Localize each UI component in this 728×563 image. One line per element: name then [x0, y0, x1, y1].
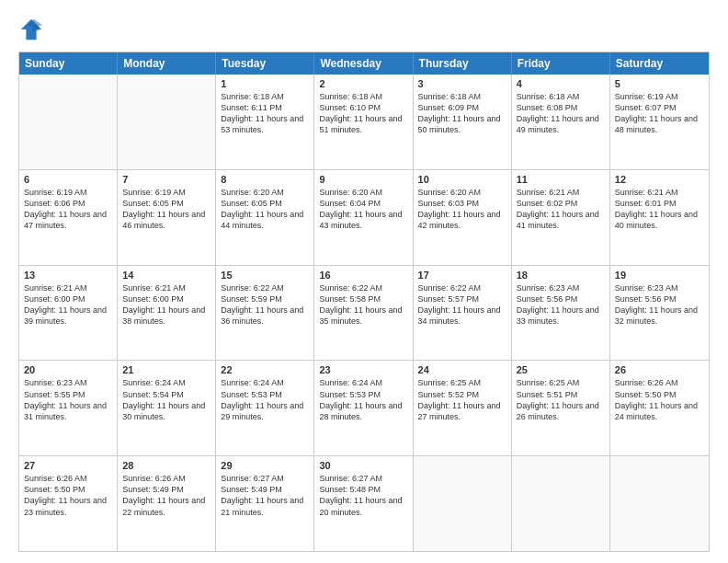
cell-sun-info: Sunrise: 6:24 AMSunset: 5:53 PMDaylight:… [319, 377, 407, 422]
calendar-cell: 23Sunrise: 6:24 AMSunset: 5:53 PMDayligh… [314, 361, 413, 455]
day-number: 9 [319, 174, 407, 185]
cell-sun-info: Sunrise: 6:20 AMSunset: 6:05 PMDaylight:… [221, 187, 309, 232]
cell-sun-info: Sunrise: 6:19 AMSunset: 6:07 PMDaylight:… [615, 91, 704, 136]
cell-sun-info: Sunrise: 6:25 AMSunset: 5:51 PMDaylight:… [517, 377, 605, 422]
day-of-week-header: Saturday [610, 52, 709, 75]
cell-sun-info: Sunrise: 6:20 AMSunset: 6:03 PMDaylight:… [418, 187, 506, 232]
calendar-week-row: 1Sunrise: 6:18 AMSunset: 6:11 PMDaylight… [19, 75, 709, 169]
day-of-week-header: Tuesday [216, 52, 314, 75]
logo-icon [18, 17, 44, 42]
day-number: 21 [122, 364, 210, 375]
day-number: 11 [517, 174, 605, 185]
calendar-cell: 15Sunrise: 6:22 AMSunset: 5:59 PMDayligh… [216, 266, 314, 361]
day-number: 27 [24, 460, 112, 471]
calendar-cell: 20Sunrise: 6:23 AMSunset: 5:55 PMDayligh… [19, 361, 118, 455]
calendar-body: 1Sunrise: 6:18 AMSunset: 6:11 PMDaylight… [19, 75, 709, 551]
day-number: 15 [221, 270, 309, 281]
cell-sun-info: Sunrise: 6:27 AMSunset: 5:49 PMDaylight:… [221, 473, 309, 518]
calendar-cell: 22Sunrise: 6:24 AMSunset: 5:53 PMDayligh… [216, 361, 314, 455]
cell-sun-info: Sunrise: 6:19 AMSunset: 6:06 PMDaylight:… [24, 187, 112, 232]
calendar-cell: 24Sunrise: 6:25 AMSunset: 5:52 PMDayligh… [414, 361, 512, 455]
day-number: 10 [418, 174, 506, 185]
calendar-week-row: 27Sunrise: 6:26 AMSunset: 5:50 PMDayligh… [19, 455, 709, 551]
calendar-cell: 4Sunrise: 6:18 AMSunset: 6:08 PMDaylight… [512, 75, 610, 169]
day-number: 17 [418, 270, 506, 281]
calendar-week-row: 20Sunrise: 6:23 AMSunset: 5:55 PMDayligh… [19, 360, 709, 455]
day-number: 24 [418, 364, 506, 375]
cell-sun-info: Sunrise: 6:21 AMSunset: 6:00 PMDaylight:… [24, 282, 112, 327]
day-number: 6 [24, 174, 112, 185]
day-number: 23 [319, 364, 407, 375]
calendar-cell [19, 75, 118, 169]
calendar-cell: 10Sunrise: 6:20 AMSunset: 6:03 PMDayligh… [414, 170, 512, 265]
calendar-cell [414, 456, 512, 551]
day-number: 5 [615, 78, 704, 89]
calendar-week-row: 6Sunrise: 6:19 AMSunset: 6:06 PMDaylight… [19, 169, 709, 265]
day-number: 20 [24, 364, 112, 375]
day-number: 14 [122, 270, 210, 281]
cell-sun-info: Sunrise: 6:21 AMSunset: 6:02 PMDaylight:… [517, 187, 605, 232]
calendar-cell: 3Sunrise: 6:18 AMSunset: 6:09 PMDaylight… [414, 75, 512, 169]
header [18, 17, 710, 42]
day-number: 4 [517, 78, 605, 89]
cell-sun-info: Sunrise: 6:18 AMSunset: 6:09 PMDaylight:… [418, 91, 506, 136]
cell-sun-info: Sunrise: 6:21 AMSunset: 6:00 PMDaylight:… [122, 282, 210, 327]
calendar-cell [610, 456, 709, 551]
day-number: 8 [221, 174, 309, 185]
day-of-week-header: Monday [118, 52, 216, 75]
cell-sun-info: Sunrise: 6:18 AMSunset: 6:10 PMDaylight:… [319, 91, 407, 136]
cell-sun-info: Sunrise: 6:26 AMSunset: 5:49 PMDaylight:… [122, 473, 210, 518]
calendar-cell: 8Sunrise: 6:20 AMSunset: 6:05 PMDaylight… [216, 170, 314, 265]
day-number: 22 [221, 364, 309, 375]
day-of-week-header: Sunday [19, 52, 118, 75]
cell-sun-info: Sunrise: 6:26 AMSunset: 5:50 PMDaylight:… [615, 377, 704, 422]
cell-sun-info: Sunrise: 6:24 AMSunset: 5:54 PMDaylight:… [122, 377, 210, 422]
day-number: 25 [517, 364, 605, 375]
calendar-cell: 16Sunrise: 6:22 AMSunset: 5:58 PMDayligh… [314, 266, 413, 361]
day-of-week-header: Wednesday [314, 52, 413, 75]
calendar-cell: 25Sunrise: 6:25 AMSunset: 5:51 PMDayligh… [512, 361, 610, 455]
day-number: 19 [615, 270, 704, 281]
calendar-cell: 21Sunrise: 6:24 AMSunset: 5:54 PMDayligh… [118, 361, 216, 455]
calendar-cell: 9Sunrise: 6:20 AMSunset: 6:04 PMDaylight… [314, 170, 413, 265]
calendar-cell: 2Sunrise: 6:18 AMSunset: 6:10 PMDaylight… [314, 75, 413, 169]
day-number: 28 [122, 460, 210, 471]
cell-sun-info: Sunrise: 6:23 AMSunset: 5:56 PMDaylight:… [517, 282, 605, 327]
calendar-cell: 5Sunrise: 6:19 AMSunset: 6:07 PMDaylight… [610, 75, 709, 169]
cell-sun-info: Sunrise: 6:22 AMSunset: 5:58 PMDaylight:… [319, 282, 407, 327]
calendar-cell: 29Sunrise: 6:27 AMSunset: 5:49 PMDayligh… [216, 456, 314, 551]
calendar-cell: 11Sunrise: 6:21 AMSunset: 6:02 PMDayligh… [512, 170, 610, 265]
calendar-cell: 1Sunrise: 6:18 AMSunset: 6:11 PMDaylight… [216, 75, 314, 169]
day-number: 12 [615, 174, 704, 185]
day-number: 2 [319, 78, 407, 89]
calendar-cell: 13Sunrise: 6:21 AMSunset: 6:00 PMDayligh… [19, 266, 118, 361]
day-number: 16 [319, 270, 407, 281]
day-number: 1 [221, 78, 309, 89]
day-number: 3 [418, 78, 506, 89]
cell-sun-info: Sunrise: 6:22 AMSunset: 5:59 PMDaylight:… [221, 282, 309, 327]
day-number: 18 [517, 270, 605, 281]
cell-sun-info: Sunrise: 6:23 AMSunset: 5:55 PMDaylight:… [24, 377, 112, 422]
cell-sun-info: Sunrise: 6:22 AMSunset: 5:57 PMDaylight:… [418, 282, 506, 327]
calendar-cell: 17Sunrise: 6:22 AMSunset: 5:57 PMDayligh… [414, 266, 512, 361]
logo [18, 17, 48, 42]
cell-sun-info: Sunrise: 6:21 AMSunset: 6:01 PMDaylight:… [615, 187, 704, 232]
day-number: 7 [122, 174, 210, 185]
cell-sun-info: Sunrise: 6:20 AMSunset: 6:04 PMDaylight:… [319, 187, 407, 232]
cell-sun-info: Sunrise: 6:19 AMSunset: 6:05 PMDaylight:… [122, 187, 210, 232]
calendar-cell: 6Sunrise: 6:19 AMSunset: 6:06 PMDaylight… [19, 170, 118, 265]
cell-sun-info: Sunrise: 6:26 AMSunset: 5:50 PMDaylight:… [24, 473, 112, 518]
cell-sun-info: Sunrise: 6:24 AMSunset: 5:53 PMDaylight:… [221, 377, 309, 422]
calendar-cell: 18Sunrise: 6:23 AMSunset: 5:56 PMDayligh… [512, 266, 610, 361]
day-of-week-header: Thursday [414, 52, 512, 75]
cell-sun-info: Sunrise: 6:25 AMSunset: 5:52 PMDaylight:… [418, 377, 506, 422]
calendar-cell: 14Sunrise: 6:21 AMSunset: 6:00 PMDayligh… [118, 266, 216, 361]
page: SundayMondayTuesdayWednesdayThursdayFrid… [0, 0, 728, 563]
day-number: 26 [615, 364, 704, 375]
day-number: 30 [319, 460, 407, 471]
calendar-cell [118, 75, 216, 169]
cell-sun-info: Sunrise: 6:18 AMSunset: 6:08 PMDaylight:… [517, 91, 605, 136]
calendar-cell [512, 456, 610, 551]
calendar-cell: 30Sunrise: 6:27 AMSunset: 5:48 PMDayligh… [314, 456, 413, 551]
calendar-cell: 28Sunrise: 6:26 AMSunset: 5:49 PMDayligh… [118, 456, 216, 551]
